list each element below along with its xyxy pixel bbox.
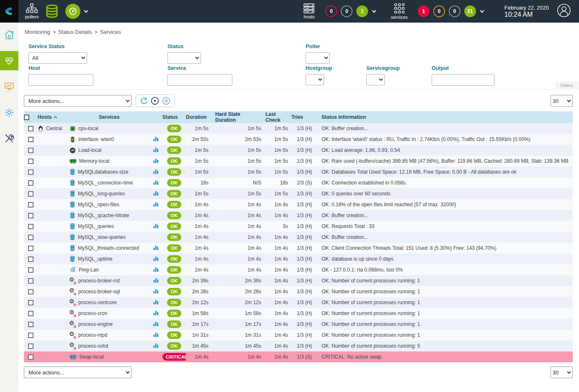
row-checkbox[interactable] [28,213,33,218]
service-name[interactable]: Ping-Lan [79,267,99,273]
graph-icon[interactable] [153,299,159,305]
row-checkbox[interactable] [28,180,33,186]
service-name[interactable]: MySQL_slow-queries [78,234,126,240]
hostgroup-select[interactable] [306,74,324,85]
hosts-status-button[interactable]: hosts [303,3,315,19]
row-checkbox[interactable] [28,343,33,349]
graph-icon[interactable] [153,169,159,174]
graph-icon[interactable] [153,190,159,196]
row-checkbox[interactable] [28,333,33,338]
breadcrumb-services[interactable]: Services [100,29,121,35]
graph-icon[interactable] [153,147,159,152]
filters-tab[interactable]: Filters [556,81,579,90]
graph-icon[interactable] [153,223,159,228]
row-checkbox[interactable] [28,235,33,240]
services-warning-badge[interactable]: 0 [433,5,445,17]
select-all-checkbox[interactable] [24,115,29,120]
sidebar-item-administration[interactable] [0,129,18,148]
service-name[interactable]: MySQL_open-files [78,202,119,208]
breadcrumb-monitoring[interactable]: Monitoring [25,29,50,35]
service-name[interactable]: MySQL_connection-time [78,180,133,186]
service-name[interactable]: process-cron [78,310,107,316]
header-tries[interactable]: Tries [291,111,317,123]
row-checkbox[interactable] [28,137,33,142]
graph-icon[interactable] [153,266,159,272]
sidebar-item-home[interactable] [0,25,18,44]
row-checkbox[interactable] [28,169,33,175]
service-name[interactable]: process-sshd [78,343,108,349]
service-name[interactable]: MySQL_queries [78,223,114,229]
centreon-logo[interactable] [0,0,18,23]
row-checkbox[interactable] [28,246,33,251]
service-name[interactable]: Load-local [78,147,101,153]
status-select[interactable] [167,52,201,64]
graph-icon[interactable] [153,201,159,207]
header-last-check[interactable]: Last Check [265,111,291,123]
row-checkbox[interactable] [28,354,33,360]
service-name[interactable]: process-broker-sql [78,289,120,295]
graph-icon[interactable] [153,179,159,185]
output-input[interactable] [432,74,494,86]
breadcrumb-status-details[interactable]: Status Details [58,29,92,35]
service-name[interactable]: Interface- wlan0 [78,136,114,142]
graph-icon[interactable] [153,310,159,315]
row-checkbox[interactable] [28,202,33,208]
sidebar-item-reporting[interactable] [0,77,18,96]
service-name[interactable]: process-centcore [78,300,117,305]
service-name[interactable]: MySQL_qcache-hitrate [78,213,129,218]
per-page-select-top[interactable]: 30 [551,95,573,107]
poller-health-button[interactable] [65,4,89,19]
header-status-information[interactable]: Status information [317,111,573,123]
sidebar-item-monitoring[interactable] [0,51,18,70]
sort-asc-icon[interactable] [54,116,57,119]
per-page-select-bottom[interactable]: 30 [551,366,573,378]
row-checkbox[interactable] [28,278,33,284]
services-status-button[interactable]: services [391,3,407,20]
graph-icon[interactable] [153,277,159,283]
service-name[interactable]: process-broker-rrd [78,278,120,284]
more-actions-select-top[interactable]: More actions... [24,95,131,107]
graph-icon[interactable] [153,332,159,337]
header-status[interactable]: Status [162,111,186,123]
pollers-button[interactable]: pollers [25,3,39,19]
services-ok-badge[interactable]: 21 [464,5,476,17]
service-name[interactable]: MySQL_threads-connected [78,245,139,251]
service-name[interactable]: process-ntpd [78,332,107,338]
service-name[interactable]: MySQL_uptime [78,256,113,262]
hosts-down-badge[interactable]: 0 [325,5,337,17]
servicegroup-select[interactable] [366,74,385,85]
pause-icon[interactable] [162,97,170,105]
header-hard-state-duration[interactable]: Hard State Duration [215,111,265,123]
service-name[interactable]: Memory-local [79,158,109,164]
chevron-down-icon[interactable] [480,8,484,13]
host-input[interactable] [28,74,93,86]
broker-status-button[interactable] [44,4,59,19]
hosts-up-badge[interactable]: 1 [356,5,368,17]
play-icon[interactable] [151,97,159,105]
service-name[interactable]: MySQLdatabases-size [78,169,129,175]
hosts-pending-badge[interactable]: 0 [341,5,353,17]
sidebar-item-configuration[interactable] [0,103,18,122]
host-name[interactable]: Central [46,126,62,131]
row-checkbox[interactable] [28,322,33,327]
service-status-select[interactable]: All [28,52,87,64]
row-checkbox[interactable] [28,159,33,164]
services-pending-badge[interactable]: 0 [449,5,461,17]
graph-icon[interactable] [153,136,159,141]
row-checkbox[interactable] [28,224,33,229]
graph-icon[interactable] [153,288,159,294]
graph-icon[interactable] [153,158,159,163]
graph-icon[interactable] [153,245,159,250]
services-critical-badge[interactable]: 1 [418,5,430,17]
row-checkbox[interactable] [28,148,33,153]
header-services[interactable]: Services [69,111,149,123]
service-name[interactable]: cpu-local [78,126,98,131]
row-checkbox[interactable] [28,191,33,197]
service-name[interactable]: Swap-local [79,354,104,360]
graph-icon[interactable] [153,321,159,326]
service-name[interactable]: MySQL_long-queries [78,191,125,197]
row-checkbox[interactable] [28,267,33,273]
chevron-down-icon[interactable] [372,8,376,13]
user-menu-button[interactable] [556,3,571,20]
row-checkbox[interactable] [28,311,33,316]
